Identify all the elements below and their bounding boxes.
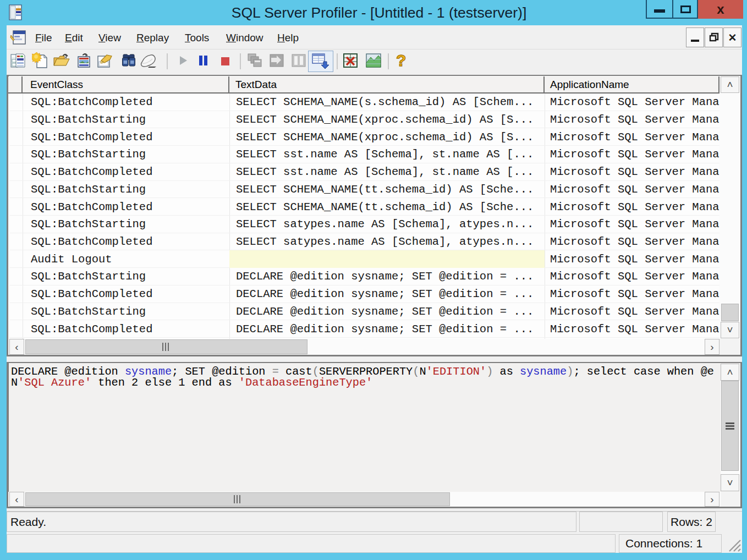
svg-text:?: ? [396, 52, 406, 69]
